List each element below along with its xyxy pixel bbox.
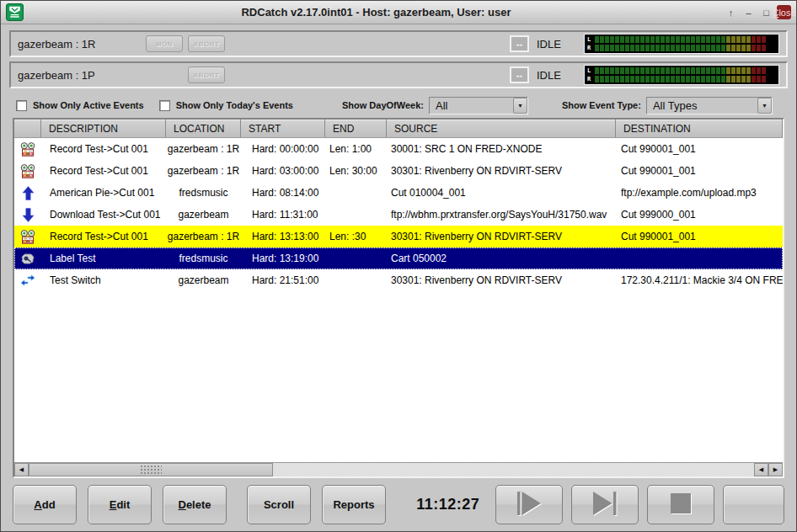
meter-segment bbox=[701, 76, 705, 82]
event-row[interactable]: Download Test->Cut 001gazerbeamHard: 11:… bbox=[14, 204, 783, 226]
scrollbar-track[interactable] bbox=[273, 463, 754, 476]
meter-segment bbox=[741, 45, 746, 51]
titlebar[interactable]: RDCatch v2.17.0int01 - Host: gazerbeam, … bbox=[1, 1, 796, 24]
reports-button[interactable]: Reports bbox=[322, 485, 386, 524]
meter-segment bbox=[716, 45, 720, 51]
meter-segment bbox=[595, 76, 599, 82]
chevron-down-icon[interactable]: ▼ bbox=[513, 98, 527, 114]
switch-icon bbox=[14, 274, 41, 287]
minimize-button[interactable]: – bbox=[741, 5, 756, 19]
skip-next-button[interactable] bbox=[571, 485, 639, 524]
meter-segment bbox=[762, 67, 766, 74]
record-icon bbox=[14, 142, 41, 157]
show-today-checkbox[interactable] bbox=[159, 100, 170, 111]
dayofweek-select[interactable]: All ▼ bbox=[429, 97, 528, 114]
meter-segment bbox=[605, 76, 609, 82]
meter-segment bbox=[661, 36, 665, 43]
event-source-cell: Cut 010004_001 bbox=[387, 187, 616, 199]
event-destination-cell: 172.30.4.211/1: Mackie 3/4 ON FRE bbox=[616, 274, 783, 286]
event-description-cell: Record Test->Cut 001 bbox=[41, 231, 166, 242]
meter-segment bbox=[762, 45, 766, 51]
play-button[interactable] bbox=[495, 485, 563, 524]
deck-abort-button[interactable]: ABORT bbox=[188, 35, 225, 52]
shade-button[interactable]: ↑ bbox=[724, 5, 738, 19]
show-active-checkbox[interactable] bbox=[16, 100, 27, 111]
scroll-button[interactable]: Scroll bbox=[247, 485, 311, 524]
chevron-down-icon[interactable]: ▼ bbox=[757, 98, 772, 114]
event-type-select[interactable]: All Types ▼ bbox=[646, 97, 773, 114]
event-description-cell: Download Test->Cut 001 bbox=[41, 209, 166, 221]
meter-segment bbox=[696, 76, 700, 82]
meter-segment bbox=[752, 67, 756, 74]
event-source-cell: ftp://wbhm.prxtransfer.org/SaysYouH/3175… bbox=[387, 209, 616, 221]
meter-segment bbox=[625, 67, 629, 74]
column-header-location[interactable]: LOCATION bbox=[166, 120, 241, 137]
meter-segment bbox=[736, 36, 741, 43]
column-header-source[interactable]: SOURCE bbox=[387, 120, 616, 137]
event-location-cell: gazerbeam bbox=[166, 209, 241, 221]
meter-segment bbox=[620, 45, 624, 51]
meter-segment bbox=[630, 45, 634, 51]
meter-segment bbox=[600, 76, 604, 82]
stop-button[interactable] bbox=[647, 485, 714, 524]
deck-name: gazerbeam : 1R bbox=[18, 38, 146, 51]
event-row[interactable]: Record Test->Cut 001gazerbeam : 1RHard: … bbox=[14, 138, 783, 160]
meter-channel: L bbox=[587, 36, 776, 43]
meter-segment bbox=[610, 45, 614, 51]
event-row[interactable]: Record Test->Cut 001gazerbeam : 1RHard: … bbox=[14, 226, 783, 247]
close-button[interactable] bbox=[723, 485, 784, 524]
event-row[interactable]: Label TestfredsmusicHard: 13:19:00Cart 0… bbox=[14, 247, 783, 269]
toolbar: AddEditDeleteScrollReports 11:12:27 bbox=[1, 478, 796, 531]
meter-segment bbox=[716, 36, 720, 43]
meter-segment bbox=[655, 67, 660, 74]
meter-segment bbox=[686, 36, 690, 43]
meter-segment bbox=[746, 36, 751, 43]
scroll-left-button[interactable]: ◀ bbox=[14, 463, 29, 476]
meter-segment bbox=[701, 45, 705, 51]
scrollbar-thumb[interactable] bbox=[29, 463, 273, 476]
event-row[interactable]: Test SwitchgazerbeamHard: 21:51:0030301:… bbox=[14, 269, 783, 291]
column-header-start[interactable]: START bbox=[241, 120, 325, 137]
close-button[interactable]: Close bbox=[777, 5, 791, 19]
dayofweek-value: All bbox=[430, 99, 513, 112]
meter-segment bbox=[731, 67, 735, 74]
meter-segment bbox=[645, 76, 650, 82]
deck-abort-button[interactable]: ABORT bbox=[188, 66, 225, 83]
event-type-value: All Types bbox=[647, 99, 757, 112]
meter-channel: R bbox=[587, 45, 776, 51]
meter-segment bbox=[706, 67, 710, 74]
meter-segment bbox=[666, 67, 670, 74]
event-row[interactable]: American Pie->Cut 001fredsmusicHard: 08:… bbox=[14, 182, 783, 204]
event-destination-cell: Cut 999000_001 bbox=[616, 209, 783, 221]
event-row[interactable]: Record Test->Cut 001gazerbeam : 1RHard: … bbox=[14, 160, 783, 182]
horizontal-scrollbar[interactable]: ◀ ◀ ▶ bbox=[14, 462, 783, 476]
event-start-cell: Hard: 13:19:00 bbox=[241, 253, 325, 264]
meter-segment bbox=[650, 67, 655, 74]
edit-button[interactable]: Edit bbox=[88, 485, 152, 524]
meter-segment bbox=[721, 36, 725, 43]
column-header-destination[interactable]: DESTINATION bbox=[616, 120, 783, 137]
column-header-description[interactable]: DESCRIPTION bbox=[41, 120, 166, 137]
meter-segment bbox=[731, 36, 735, 43]
deck-monitor-button[interactable]: MON bbox=[146, 35, 183, 52]
meter-segment bbox=[726, 67, 730, 74]
event-start-cell: Hard: 00:00:00 bbox=[241, 143, 325, 155]
add-button[interactable]: Add bbox=[13, 485, 77, 524]
event-location-cell: fredsmusic bbox=[166, 253, 241, 264]
meter-segment bbox=[635, 67, 639, 74]
meter-segment bbox=[762, 76, 766, 82]
show-active-label: Show Only Active Events bbox=[33, 100, 144, 110]
column-header-icon[interactable] bbox=[14, 120, 41, 137]
scroll-left-button-2[interactable]: ◀ bbox=[754, 463, 768, 476]
delete-button[interactable]: Delete bbox=[163, 485, 227, 524]
maximize-button[interactable]: □ bbox=[759, 5, 773, 19]
meter-segment bbox=[711, 76, 715, 82]
event-destination-cell: ftp://example.com/upload.mp3 bbox=[616, 187, 783, 199]
scroll-right-button[interactable]: ▶ bbox=[768, 463, 783, 476]
deck-row: gazerbeam : 1PABORT--IDLELR bbox=[9, 61, 788, 88]
meter-segment bbox=[757, 76, 761, 82]
meter-segment bbox=[676, 36, 680, 43]
column-header-end[interactable]: END bbox=[325, 120, 387, 137]
meter-channel: R bbox=[587, 76, 776, 82]
dayofweek-label: Show DayOfWeek: bbox=[342, 100, 424, 110]
